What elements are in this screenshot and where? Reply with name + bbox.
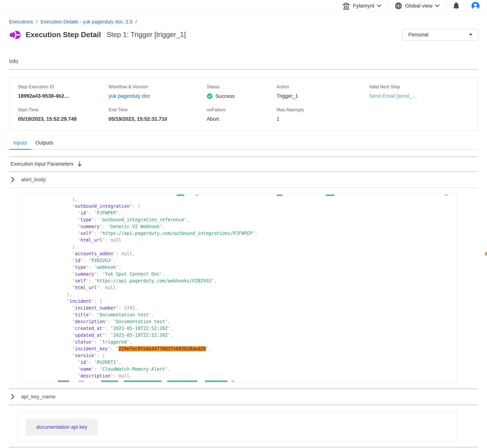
tab-outputs[interactable]: Outputs: [31, 140, 57, 149]
field-label: Status: [207, 84, 276, 89]
breadcrumb-separator: /: [135, 19, 137, 25]
field-label: End Time: [109, 107, 207, 112]
tab-inputs[interactable]: Inputs: [9, 140, 31, 149]
field-valid-next-step: Valid Next Step Send Email [send_…: [369, 84, 469, 99]
code-line: "summary": "Yuk Spot Connect Doc",: [56, 271, 457, 278]
notifications-bell-icon[interactable]: [453, 2, 460, 10]
page-title: Execution Step Detail: [26, 31, 101, 39]
field-max-attempts: Max Attempts 1: [276, 107, 369, 122]
code-line: "description": null,: [56, 373, 457, 379]
next-step-link[interactable]: Send Email [send_…: [369, 93, 417, 99]
code-line: "self": "https://api.pagerduty.com/outbo…: [56, 230, 457, 237]
chevron-right-icon: [11, 177, 15, 182]
code-line: "incident": {: [56, 298, 457, 305]
code-line: "summary": "Generic V2 Webhook",: [56, 223, 457, 230]
topbar-divider: [388, 2, 388, 10]
globe-icon: [395, 2, 402, 10]
code-line: "updated_at": "2023-05-19T22:52:20Z",: [56, 332, 457, 339]
field-label: Max Attempts: [276, 107, 369, 112]
field-step-execution-id: Step Execution ID 18992a43-9538-4b2…: [18, 84, 109, 99]
field-end-time: End Time 05/19/2023, 15:52:31.710: [109, 107, 207, 122]
code-line: "id": "PJFWPEP",: [56, 209, 457, 216]
field-label: Start Time: [18, 107, 109, 112]
field-workflow-version: Workflow & Version yuk pagerduty doc: [109, 84, 207, 99]
field-label: onFailure: [207, 107, 276, 112]
top-bar: Fylamynt Global view: [0, 0, 487, 12]
scope-select[interactable]: Personal: [402, 29, 478, 40]
code-line: "accounts_addon": null,: [56, 250, 457, 257]
api-key-name-label: api_key_name: [21, 394, 56, 400]
code-line: "incident_key": "229efec8feda44778d3fe69…: [56, 345, 457, 352]
alert-body-json-viewer[interactable]: }, "outbound_integration": { "id": "PJFW…: [18, 193, 457, 382]
code-line: "html_url": null: [56, 284, 457, 291]
info-heading: Info: [9, 58, 478, 64]
view-switcher[interactable]: Global view: [395, 2, 440, 10]
breadcrumb: Executions / Execution Details - yuk pag…: [9, 19, 478, 25]
field-action: Action Trigger_1: [276, 84, 369, 99]
code-line: "self": "https://api.pagerduty.com/webho…: [56, 278, 457, 284]
chevron-down-icon: [435, 4, 440, 7]
execution-input-parameters-header: Execution Input Parameters: [9, 157, 478, 171]
code-line: "incident_number": 2741,: [56, 305, 457, 312]
workflow-logo-icon: [9, 29, 22, 40]
api-key-name-chip: documentation api key: [26, 419, 98, 435]
user-avatar[interactable]: [471, 1, 480, 10]
code-line: },: [56, 291, 457, 298]
scrollbar-match-marker: [485, 252, 487, 256]
section-divider: [9, 405, 478, 405]
topbar-divider: [446, 2, 446, 10]
title-row: Execution Step Detail Step 1: Trigger [t…: [9, 29, 478, 40]
code-line: "outbound_integration": {: [56, 203, 457, 209]
tabs: Inputs Outputs: [9, 140, 478, 150]
chevron-down-icon: [377, 4, 381, 7]
field-value: 18992a43-9538-4b2…: [18, 93, 109, 99]
alert-body-label: alert_body: [21, 176, 46, 183]
field-label: Step Execution ID: [18, 84, 109, 89]
code-line: },: [56, 196, 457, 203]
field-onfailure: onFailure Abort: [207, 107, 276, 122]
code-line: "created_at": "2023-05-19T22:52:20Z",: [56, 325, 457, 332]
section-divider: [9, 69, 478, 70]
chevron-right-icon: [11, 394, 15, 400]
code-line: "type": "outbound_integration_reference"…: [56, 216, 457, 223]
field-value: 05/19/2023, 15:52:31.710: [109, 116, 207, 122]
breadcrumb-execution-details-link[interactable]: Execution Details - yuk pagerduty doc: 2…: [41, 19, 132, 25]
success-check-icon: [207, 93, 213, 99]
api-key-name-expander[interactable]: api_key_name: [9, 389, 478, 405]
caret-down-icon: [469, 33, 473, 36]
code-line: "description": "Documentation test",: [56, 318, 457, 325]
status-text: Success: [215, 93, 235, 99]
field-label: Workflow & Version: [109, 84, 207, 89]
scope-select-value: Personal: [408, 32, 429, 38]
code-line: "service": {: [56, 352, 457, 359]
field-start-time: Start Time 05/19/2023, 15:52:29.748: [18, 107, 109, 122]
page-subtitle: Step 1: Trigger [trigger_1]: [107, 31, 186, 39]
code-line: "id": "PUZKRT1",: [56, 359, 457, 366]
org-label: Fylamynt: [353, 3, 374, 9]
code-line: },: [56, 244, 457, 250]
code-line: "id": "PZB2VG3",: [56, 257, 457, 264]
workflow-link[interactable]: yuk pagerduty doc: [109, 93, 150, 99]
code-line: "status": "triggered",: [56, 339, 457, 345]
alert-body-expander[interactable]: alert_body: [9, 172, 478, 187]
org-switcher[interactable]: Fylamynt: [342, 2, 382, 10]
breadcrumb-executions-link[interactable]: Executions: [9, 19, 33, 25]
api-key-name-value-box: documentation api key: [18, 412, 457, 442]
field-value: 1: [276, 116, 369, 122]
field-label: Valid Next Step: [369, 84, 469, 89]
clipped-code-line: [56, 194, 457, 196]
field-status: Status Success: [207, 84, 276, 99]
params-label: Execution Input Parameters: [11, 161, 73, 167]
code-line: "html_url": null: [56, 237, 457, 244]
clipped-code-line: [56, 379, 457, 382]
download-arrow-icon[interactable]: [77, 161, 82, 167]
field-value: 05/19/2023, 15:52:29.748: [18, 116, 109, 122]
field-value: Abort: [207, 116, 276, 122]
view-label: Global view: [405, 3, 432, 9]
field-label: Action: [276, 84, 369, 89]
field-value: Trigger_1: [276, 93, 369, 99]
code-line: "title": "Documentation test",: [56, 312, 457, 318]
info-card: Step Execution ID 18992a43-9538-4b2… Wor…: [9, 77, 478, 130]
breadcrumb-separator: /: [36, 19, 37, 25]
code-line: "type": "webhook",: [56, 264, 457, 271]
